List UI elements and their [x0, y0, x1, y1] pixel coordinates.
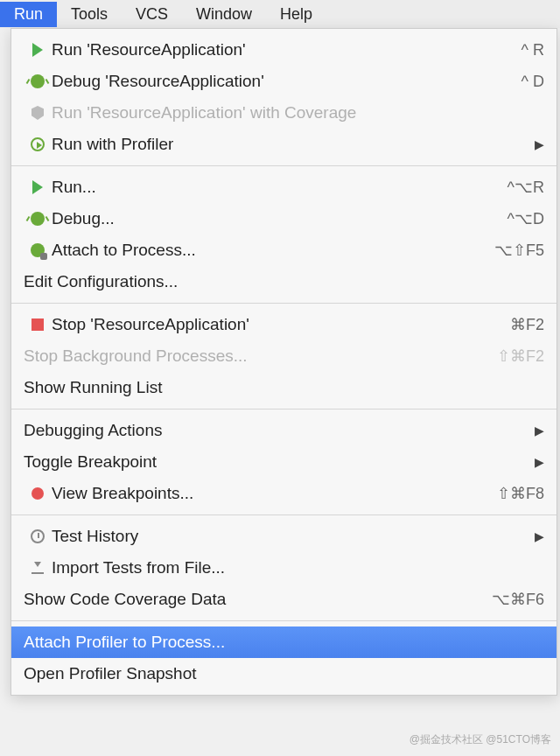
menu-item-label: Run 'ResourceApplication'	[52, 40, 513, 60]
watermark: @掘金技术社区 @51CTO博客	[410, 732, 551, 747]
menu-item-show-code-coverage-data[interactable]: Show Code Coverage Data⌥⌘F6	[11, 584, 556, 615]
menu-item-toggle-breakpoint[interactable]: Toggle Breakpoint▶	[11, 446, 556, 478]
menu-item-label: View Breakpoints...	[52, 484, 488, 503]
menu-separator	[11, 409, 556, 410]
menu-separator	[11, 620, 556, 621]
menu-item-label: Stop 'ResourceApplication'	[52, 315, 501, 334]
menu-item-attach-profiler-to-process[interactable]: Attach Profiler to Process...	[11, 626, 556, 658]
menu-item-label: Debug 'ResourceApplication'	[52, 72, 513, 91]
menu-item-debug[interactable]: Debug...^⌥D	[11, 203, 556, 234]
menu-item-view-breakpoints[interactable]: View Breakpoints...⇧⌘F8	[11, 478, 556, 509]
import-icon	[24, 562, 52, 574]
menubar-item-vcs[interactable]: VCS	[122, 2, 182, 27]
menu-item-shortcut: ⌥⌘F6	[492, 590, 544, 609]
menu-item-label: Open Profiler Snapshot	[24, 664, 544, 683]
bug-icon	[24, 74, 52, 88]
menu-item-shortcut: ^⌥R	[508, 178, 544, 197]
menu-item-shortcut: ^⌥D	[508, 209, 544, 228]
profiler-icon	[24, 137, 52, 151]
menu-item-run-resourceapplication-with-coverage: Run 'ResourceApplication' with Coverage	[11, 97, 556, 129]
menu-item-label: Run...	[52, 178, 499, 197]
menubar-item-run[interactable]: Run	[0, 2, 57, 27]
menu-item-shortcut: ⇧⌘F8	[497, 484, 544, 503]
menu-separator	[11, 165, 556, 166]
menu-item-label: Test History	[52, 527, 528, 546]
menu-item-attach-to-process[interactable]: Attach to Process...⌥⇧F5	[11, 234, 556, 266]
coverage-icon	[24, 106, 52, 120]
menubar-item-help[interactable]: Help	[266, 2, 326, 27]
stop-icon	[24, 318, 52, 331]
menu-item-label: Debug...	[52, 209, 499, 228]
menu-separator	[11, 303, 556, 304]
menu-item-run[interactable]: Run...^⌥R	[11, 172, 556, 203]
menubar: RunToolsVCSWindowHelp	[0, 0, 560, 28]
menu-item-label: Debugging Actions	[24, 421, 528, 440]
menu-item-label: Show Running List	[24, 378, 544, 397]
menu-item-shortcut: ^ R	[522, 41, 544, 60]
menu-item-shortcut: ⇧⌘F2	[497, 346, 544, 366]
menu-item-open-profiler-snapshot[interactable]: Open Profiler Snapshot	[11, 658, 556, 690]
submenu-arrow-icon: ▶	[535, 424, 544, 438]
menu-item-edit-configurations[interactable]: Edit Configurations...	[11, 266, 556, 298]
menu-separator	[11, 514, 556, 515]
menu-item-shortcut: ⌥⇧F5	[494, 241, 544, 260]
menubar-item-tools[interactable]: Tools	[57, 2, 122, 27]
bug-attach-icon	[24, 243, 52, 257]
run-menu-dropdown: Run 'ResourceApplication'^ RDebug 'Resou…	[10, 28, 557, 696]
menu-item-label: Show Code Coverage Data	[24, 590, 483, 609]
breakpoint-icon	[24, 487, 52, 500]
menu-item-label: Run 'ResourceApplication' with Coverage	[52, 103, 544, 122]
clock-icon	[24, 529, 52, 543]
bug-icon	[24, 212, 52, 226]
menu-item-label: Attach Profiler to Process...	[24, 633, 544, 652]
menu-item-label: Attach to Process...	[52, 241, 486, 260]
submenu-arrow-icon: ▶	[535, 529, 544, 543]
play-icon	[24, 180, 52, 194]
menu-item-label: Run with Profiler	[52, 135, 528, 154]
menubar-item-window[interactable]: Window	[182, 2, 266, 27]
submenu-arrow-icon: ▶	[535, 455, 544, 469]
menu-item-label: Toggle Breakpoint	[24, 452, 528, 472]
menu-item-shortcut: ^ D	[522, 73, 544, 91]
menu-item-run-with-profiler[interactable]: Run with Profiler▶	[11, 129, 556, 160]
menu-item-import-tests-from-file[interactable]: Import Tests from File...	[11, 552, 556, 584]
menu-item-stop-background-processes: Stop Background Processes...⇧⌘F2	[11, 340, 556, 372]
menu-item-debug-resourceapplication[interactable]: Debug 'ResourceApplication'^ D	[11, 66, 556, 97]
menu-item-stop-resourceapplication[interactable]: Stop 'ResourceApplication'⌘F2	[11, 309, 556, 340]
menu-item-label: Stop Background Processes...	[24, 346, 488, 366]
menu-item-shortcut: ⌘F2	[510, 315, 544, 334]
menu-item-label: Import Tests from File...	[52, 558, 544, 578]
play-icon	[24, 43, 52, 57]
submenu-arrow-icon: ▶	[535, 137, 544, 151]
menu-item-run-resourceapplication[interactable]: Run 'ResourceApplication'^ R	[11, 34, 556, 66]
menu-item-label: Edit Configurations...	[24, 272, 544, 291]
menu-item-debugging-actions[interactable]: Debugging Actions▶	[11, 415, 556, 446]
menu-item-show-running-list[interactable]: Show Running List	[11, 372, 556, 403]
menu-item-test-history[interactable]: Test History▶	[11, 521, 556, 552]
